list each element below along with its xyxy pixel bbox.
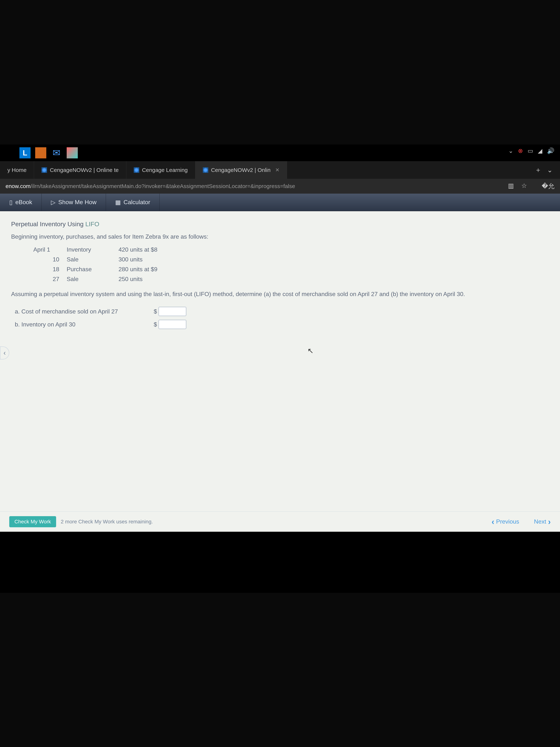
calc-label: Calculator bbox=[124, 199, 150, 206]
tab-cengage-1[interactable]: CengageNOWv2 | Online te bbox=[34, 161, 126, 179]
cell-qty: 420 units at $8 bbox=[118, 246, 157, 253]
tab-label: Cengage Learning bbox=[142, 167, 188, 173]
system-tray: ⌄ ⊗ ▭ ◢ 🔊 bbox=[508, 147, 555, 154]
content-footer: Check My Work 2 more Check My Work uses … bbox=[0, 511, 560, 532]
volume-icon[interactable]: 🔊 bbox=[547, 147, 555, 154]
check-remaining-text: 2 more Check My Work uses remaining. bbox=[61, 519, 153, 525]
title-text: Perpetual Inventory Using bbox=[11, 221, 85, 228]
chevron-down-icon[interactable]: ⌄ bbox=[508, 147, 513, 154]
browser-tabs: y Home CengageNOWv2 | Online te Cengage … bbox=[0, 161, 560, 179]
intro-text: Beginning inventory, purchases, and sale… bbox=[11, 233, 549, 240]
previous-button[interactable]: ‹ Previous bbox=[491, 517, 519, 526]
chevron-left-icon: ‹ bbox=[491, 517, 494, 526]
reader-icon[interactable]: ▥ bbox=[508, 182, 514, 190]
question-text: Assuming a perpetual inventory system an… bbox=[11, 289, 549, 299]
tab-label: y Home bbox=[7, 167, 26, 173]
cell-date: 10 bbox=[33, 256, 67, 263]
answer-row-a: a. Cost of merchandise sold on April 27 … bbox=[15, 305, 549, 318]
url-path: /ilrn/takeAssignment/takeAssignmentMain.… bbox=[31, 183, 295, 189]
table-row: 10 Sale 300 units bbox=[33, 255, 549, 264]
new-tab-button[interactable]: ＋ bbox=[535, 165, 541, 175]
app-toolbar: ▯ eBook ▷ Show Me How ▦ Calculator bbox=[0, 194, 560, 211]
book-icon: ▯ bbox=[9, 199, 12, 206]
tab-home[interactable]: y Home bbox=[0, 161, 34, 179]
calculator-icon: ▦ bbox=[115, 199, 121, 206]
expand-handle[interactable]: ‹ bbox=[0, 346, 9, 359]
taskbar: ▦ L ✉ ⌄ ⊗ ▭ ◢ 🔊 bbox=[0, 145, 560, 161]
cengage-favicon bbox=[42, 167, 47, 173]
assignment-content: Perpetual Inventory Using LIFO Beginning… bbox=[0, 211, 560, 532]
answer-a-label: a. Cost of merchandise sold on April 27 bbox=[15, 308, 154, 315]
close-tab-icon[interactable]: ✕ bbox=[275, 167, 279, 173]
app-icon-orange[interactable] bbox=[35, 147, 46, 158]
next-button[interactable]: Next › bbox=[534, 517, 551, 526]
app-icon-pic[interactable] bbox=[67, 147, 78, 158]
ebook-button[interactable]: ▯ eBook bbox=[0, 194, 42, 211]
cengage-favicon bbox=[203, 167, 208, 173]
close-app-icon[interactable]: ⊗ bbox=[518, 147, 523, 154]
table-row: April 1 Inventory 420 units at $8 bbox=[33, 245, 549, 255]
wifi-icon[interactable]: ◢ bbox=[538, 147, 542, 154]
address-bar[interactable]: enow.com/ilrn/takeAssignment/takeAssignm… bbox=[0, 179, 560, 194]
answer-b-label: b. Inventory on April 30 bbox=[15, 321, 154, 328]
cell-type: Purchase bbox=[67, 266, 118, 273]
show-me-how-button[interactable]: ▷ Show Me How bbox=[42, 194, 106, 211]
answer-section: a. Cost of merchandise sold on April 27 … bbox=[15, 305, 549, 331]
dollar-sign: $ bbox=[154, 308, 157, 315]
cell-date: April 1 bbox=[33, 246, 67, 253]
cell-date: 18 bbox=[33, 266, 67, 273]
table-row: 18 Purchase 280 units at $9 bbox=[33, 264, 549, 274]
calculator-button[interactable]: ▦ Calculator bbox=[106, 194, 160, 211]
cell-type: Inventory bbox=[67, 246, 118, 253]
prev-label: Previous bbox=[496, 518, 519, 525]
tab-cengage-active[interactable]: CengageNOWv2 | Onlin ✕ bbox=[195, 161, 287, 179]
video-icon: ▷ bbox=[51, 199, 56, 206]
chevron-right-icon: › bbox=[548, 517, 551, 526]
assignment-title: Perpetual Inventory Using LIFO bbox=[11, 221, 549, 228]
inventory-table: April 1 Inventory 420 units at $8 10 Sal… bbox=[33, 245, 549, 284]
answer-a-input[interactable] bbox=[159, 307, 186, 316]
cell-date: 27 bbox=[33, 276, 67, 283]
title-lifo: LIFO bbox=[85, 221, 100, 228]
next-label: Next bbox=[534, 518, 546, 525]
dollar-sign: $ bbox=[154, 321, 157, 328]
cell-qty: 250 units bbox=[118, 276, 142, 283]
table-row: 27 Sale 250 units bbox=[33, 274, 549, 284]
ebook-label: eBook bbox=[16, 199, 32, 206]
battery-icon[interactable]: ▭ bbox=[528, 147, 533, 154]
tabs-dropdown-icon[interactable]: ⌄ bbox=[547, 166, 553, 174]
settings-icon[interactable]: �允 bbox=[542, 182, 555, 190]
url-domain: enow.com bbox=[5, 183, 31, 189]
cell-type: Sale bbox=[67, 256, 118, 263]
app-icon-1[interactable]: ▦ bbox=[4, 147, 15, 158]
tab-cengage-learning[interactable]: Cengage Learning bbox=[126, 161, 195, 179]
tab-label: CengageNOWv2 | Online te bbox=[50, 167, 118, 173]
cell-type: Sale bbox=[67, 276, 118, 283]
answer-b-input[interactable] bbox=[159, 320, 186, 329]
star-icon[interactable]: ☆ bbox=[521, 182, 527, 190]
cell-qty: 280 units at $9 bbox=[118, 266, 157, 273]
show-label: Show Me How bbox=[58, 199, 97, 206]
mail-icon[interactable]: ✉ bbox=[51, 147, 62, 158]
check-my-work-button[interactable]: Check My Work bbox=[9, 516, 56, 527]
app-icon-l[interactable]: L bbox=[20, 147, 31, 158]
cell-qty: 300 units bbox=[118, 256, 142, 263]
cengage-favicon bbox=[134, 167, 139, 173]
tab-label: CengageNOWv2 | Onlin bbox=[211, 167, 271, 173]
mouse-cursor: ↖ bbox=[308, 346, 314, 355]
answer-row-b: b. Inventory on April 30 $ bbox=[15, 318, 549, 331]
